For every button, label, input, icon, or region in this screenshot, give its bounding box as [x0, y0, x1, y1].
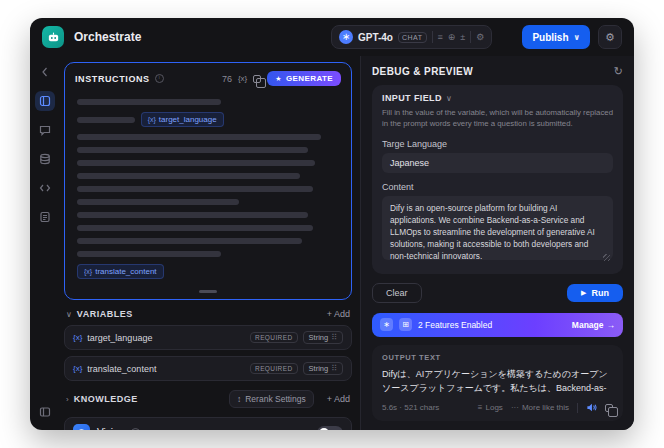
more-like-this-label: More like this [522, 403, 569, 412]
variable-icon: {x} [84, 268, 92, 275]
instructions-title: INSTRUCTIONS [75, 74, 150, 84]
sidebar-item-datasets[interactable] [35, 149, 55, 169]
instructions-card[interactable]: INSTRUCTIONS 76 {x} ★ GENERATE [64, 62, 352, 300]
sparkle-icon: ★ [275, 75, 282, 83]
variable-name: target_language [87, 333, 152, 343]
resize-handle[interactable] [199, 290, 217, 293]
copy-output-icon[interactable] [605, 404, 613, 412]
skeleton-line [77, 238, 302, 244]
model-mode-badge: CHAT [398, 32, 427, 43]
publish-button[interactable]: Publish ∨ [522, 25, 590, 49]
variable-name: translate_content [87, 364, 156, 374]
sidebar-item-chat[interactable] [35, 120, 55, 140]
model-capability-icon: ≡ [438, 32, 443, 42]
knowledge-header[interactable]: › KNOWLEDGE ↕ Rerank Settings + Add [64, 390, 352, 408]
output-text: Difyは、AIアプリケーションを構築するためのオープンソースプラットフォームで… [382, 368, 613, 396]
collapse-panel-icon[interactable] [35, 402, 55, 422]
text-to-speech-icon[interactable] [586, 402, 597, 413]
skeleton-line [77, 117, 135, 123]
rerank-icon: ↕ [237, 394, 241, 404]
chevron-down-icon: ∨ [66, 310, 72, 319]
rerank-label: Rerank Settings [245, 394, 305, 404]
chevron-down-icon: ∨ [574, 33, 581, 42]
variable-row[interactable]: {x} target_language REQUIRED String ⠿ [64, 325, 352, 350]
skeleton-line [77, 186, 313, 192]
target-language-select[interactable]: Japanese [382, 153, 613, 173]
variable-chip[interactable]: {x} translate_content [77, 264, 164, 279]
debug-actions: Clear ▶ Run [372, 283, 623, 303]
required-badge: REQUIRED [250, 332, 298, 343]
variables-section: ∨ VARIABLES + Add {x} target_language RE… [64, 309, 352, 381]
feature-icon: ⊞ [399, 318, 412, 331]
manage-label: Manage [572, 320, 604, 330]
info-icon [155, 74, 164, 83]
vision-label: Vision [97, 427, 124, 430]
assistant-settings-button[interactable]: ⚙ [598, 25, 622, 49]
input-field-title: INPUT FIELD [382, 93, 442, 103]
back-nav-icon[interactable] [35, 62, 55, 82]
orchestrate-panel: INSTRUCTIONS 76 {x} ★ GENERATE [60, 56, 360, 430]
variable-type-select[interactable]: String ⠿ [303, 331, 343, 344]
skeleton-line [77, 225, 313, 231]
model-selector[interactable]: ∗ GPT-4o CHAT ≡ ⊕ ± ⚙ [331, 25, 492, 49]
arrow-right-icon: → [607, 320, 616, 330]
content-textarea[interactable]: Dify is an open-source platform for buil… [382, 196, 613, 260]
more-like-this-button[interactable]: ··· More like this [511, 403, 569, 412]
skeleton-line [77, 134, 321, 140]
add-knowledge-button[interactable]: + Add [327, 394, 350, 404]
variable-chip[interactable]: {x} target_language [141, 112, 224, 127]
info-icon [131, 428, 140, 430]
content-label: Content [382, 182, 613, 192]
refresh-icon[interactable]: ↻ [614, 65, 623, 78]
add-variable-button[interactable]: + Add [327, 309, 350, 319]
model-settings-icon[interactable]: ⚙ [476, 32, 484, 42]
variable-icon: {x} [73, 364, 82, 373]
skeleton-line [77, 173, 300, 179]
variable-type-label: String [309, 364, 329, 373]
skeleton-line [77, 147, 308, 153]
variable-insert-icon[interactable]: {x} [238, 74, 247, 83]
clear-button[interactable]: Clear [372, 283, 422, 303]
app-logo-icon[interactable] [42, 26, 64, 48]
app-window: Orchestrate ∗ GPT-4o CHAT ≡ ⊕ ± ⚙ Publis… [30, 18, 634, 430]
generate-label: GENERATE [286, 74, 333, 83]
vision-toggle[interactable] [317, 426, 343, 431]
rerank-settings-button[interactable]: ↕ Rerank Settings [229, 390, 314, 408]
page-title: Orchestrate [74, 30, 141, 44]
chevron-right-icon: › [66, 395, 69, 404]
gear-icon: ⚙ [605, 31, 615, 44]
generate-button[interactable]: ★ GENERATE [267, 71, 341, 86]
variable-row[interactable]: {x} translate_content REQUIRED String ⠿ [64, 356, 352, 381]
model-capability-icon: ⊕ [448, 32, 456, 42]
logs-button[interactable]: ≡ Logs [478, 403, 503, 412]
vision-icon [73, 424, 90, 430]
vision-feature-row: Vision [64, 417, 352, 430]
variable-row-meta: REQUIRED String ⠿ [250, 362, 343, 375]
variable-type-select[interactable]: String ⠿ [303, 362, 343, 375]
run-label: Run [592, 288, 610, 298]
input-field-card: INPUT FIELD ∨ Fill in the value of the v… [372, 85, 623, 274]
dots-icon: ··· [511, 403, 519, 412]
prompt-skeleton: {x} target_language [75, 86, 341, 288]
variable-icon: {x} [73, 333, 82, 342]
sidebar-item-orchestrate[interactable] [35, 91, 55, 111]
variable-icon: {x} [148, 116, 156, 123]
output-footer: 5.6s · 521 chars ≡ Logs ··· More like th… [382, 402, 613, 413]
variables-header[interactable]: ∨ VARIABLES + Add [64, 309, 352, 319]
skeleton-line [77, 251, 221, 257]
run-button[interactable]: ▶ Run [567, 284, 623, 302]
sidebar-item-api[interactable] [35, 178, 55, 198]
skeleton-line [77, 160, 315, 166]
manage-features-button[interactable]: Manage → [572, 320, 615, 330]
play-icon: ▶ [581, 289, 586, 297]
skeleton-line [77, 199, 239, 205]
logs-label: Logs [486, 403, 503, 412]
instructions-tools: 76 {x} ★ GENERATE [222, 71, 341, 86]
icon-sidebar [30, 56, 60, 430]
sidebar-item-logs[interactable] [35, 207, 55, 227]
pill-divider [470, 31, 471, 43]
copy-icon[interactable] [253, 75, 261, 83]
variable-chip-label: target_language [159, 115, 217, 124]
input-field-header[interactable]: INPUT FIELD ∨ [382, 93, 613, 103]
features-banner[interactable]: ∗ ⊞ 2 Features Enabled Manage → [372, 313, 623, 337]
